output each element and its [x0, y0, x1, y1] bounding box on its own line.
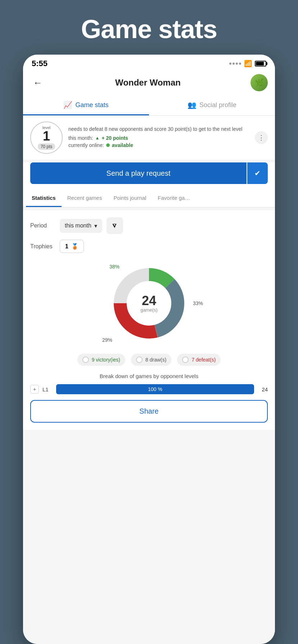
legend-defeat[interactable]: 7 defeat(s): [177, 354, 221, 366]
victory-circle-icon: [82, 356, 89, 363]
trophies-label: Trophies: [30, 243, 55, 250]
tab-game-stats[interactable]: 📈 Game stats: [23, 96, 149, 115]
profile-info: needs to defeat 8 new opponents and scor…: [68, 126, 249, 150]
tab-social-profile[interactable]: 👥 Social profile: [149, 96, 275, 115]
legend-victory[interactable]: 9 victory(ies): [77, 354, 125, 366]
wifi-icon: 📶: [244, 60, 252, 68]
avatar-image: 🌿: [250, 74, 268, 91]
progress-bar-l1: 100 %: [56, 384, 254, 394]
sub-tab-statistics[interactable]: Statistics: [26, 190, 62, 207]
status-icons: 📶: [229, 60, 266, 68]
level-pts: 70 pts: [38, 143, 55, 150]
breakdown-count-l1: 24: [258, 386, 268, 392]
donut-center: 24 game(s): [140, 294, 158, 313]
breakdown-title: Break down of games by opponent levels: [30, 373, 268, 379]
legend: 9 victory(ies) 8 draw(s) 7 defeat(s): [30, 354, 268, 366]
play-request-dropdown-button[interactable]: ✔: [247, 162, 268, 184]
online-row: currently online: available: [68, 142, 249, 148]
more-options-button[interactable]: ⋮: [255, 131, 268, 144]
sub-tabs: Statistics Recent games Points journal F…: [23, 190, 275, 207]
this-month-label: this month:: [68, 135, 93, 141]
level-number: 1: [43, 130, 50, 143]
header-title: Wonder Woman: [45, 78, 250, 88]
draw-label: 8 draw(s): [145, 357, 166, 363]
level-tag-l1: L1: [42, 386, 53, 392]
expand-button-l1[interactable]: +: [30, 385, 39, 394]
filter-icon: ⛛: [112, 222, 118, 230]
content-area: level 1 70 pts needs to defeat 8 new opp…: [23, 116, 275, 644]
status-bar: 5:55 📶: [23, 55, 275, 71]
play-request-container: Send a play request ✔: [23, 162, 275, 190]
defeat-circle-icon: [182, 356, 189, 363]
total-games: 24: [140, 294, 158, 307]
chevron-down-icon: ▾: [94, 222, 97, 229]
progress-percent-l1: 100 %: [148, 386, 162, 392]
triangle-up-icon: ▲: [95, 135, 99, 141]
game-stats-icon: 📈: [63, 101, 72, 109]
online-status: available: [112, 142, 133, 148]
period-value: this month: [65, 222, 91, 229]
phone-frame: 5:55 📶 ← Wonder Woman 🌿 📈 Game stats: [23, 55, 275, 644]
progress-bar-fill-l1: 100 %: [56, 384, 254, 394]
status-time: 5:55: [32, 59, 48, 68]
period-label: Period: [30, 222, 55, 229]
stats-section: Period this month ▾ ⛛ Trophies 1 🥉: [23, 210, 275, 430]
online-label: currently online:: [68, 142, 104, 148]
sub-tab-recent-games[interactable]: Recent games: [62, 190, 108, 207]
share-button[interactable]: Share: [30, 400, 268, 423]
draw-circle-icon: [136, 356, 143, 363]
games-label: game(s): [140, 307, 158, 313]
trophy-icon: 🥉: [71, 243, 78, 250]
profile-description: needs to defeat 8 new opponents and scor…: [68, 126, 249, 133]
trophies-row: Trophies 1 🥉: [30, 240, 268, 253]
breakdown-row-l1: + L1 100 % 24: [30, 384, 268, 394]
chart-label-29: 29%: [102, 337, 112, 343]
sub-tab-favorite-games[interactable]: Favorite ga…: [152, 190, 196, 207]
header: ← Wonder Woman 🌿: [23, 71, 275, 96]
online-dot-icon: [106, 143, 110, 147]
legend-draw[interactable]: 8 draw(s): [131, 354, 171, 366]
back-button[interactable]: ←: [30, 76, 45, 90]
avatar[interactable]: 🌿: [250, 74, 268, 91]
trophies-count: 1: [65, 243, 68, 250]
chart-label-33: 33%: [193, 300, 203, 306]
profile-card: level 1 70 pts needs to defeat 8 new opp…: [23, 116, 275, 160]
donut-chart: 24 game(s): [109, 264, 189, 343]
signal-dots-icon: [229, 63, 241, 65]
social-profile-icon: 👥: [188, 101, 197, 109]
battery-icon: [255, 61, 266, 66]
level-circle: level 1 70 pts: [30, 121, 63, 154]
tabs: 📈 Game stats 👥 Social profile: [23, 96, 275, 116]
sub-tab-points-journal[interactable]: Points journal: [108, 190, 152, 207]
chart-container: 38%: [30, 260, 268, 346]
this-month-points: + 20 points: [101, 135, 128, 141]
trophies-badge: 1 🥉: [60, 240, 84, 253]
play-request-button[interactable]: Send a play request: [30, 162, 247, 184]
period-row: Period this month ▾ ⛛: [30, 217, 268, 234]
victory-label: 9 victory(ies): [92, 357, 120, 363]
this-month-row: this month: ▲ + 20 points: [68, 135, 249, 141]
period-select[interactable]: this month ▾: [60, 219, 102, 233]
page-title: Game stats: [81, 14, 217, 44]
filter-button[interactable]: ⛛: [107, 217, 123, 234]
defeat-label: 7 defeat(s): [191, 357, 216, 363]
